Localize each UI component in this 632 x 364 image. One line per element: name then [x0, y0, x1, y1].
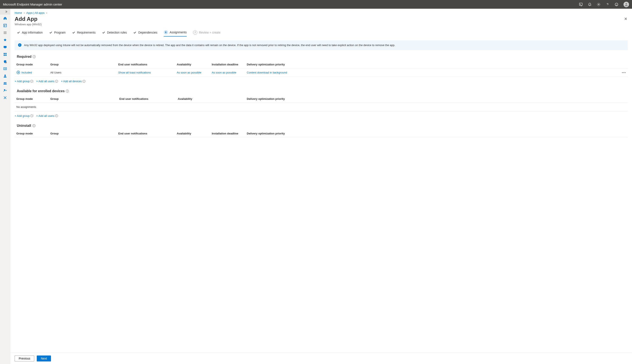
- svg-rect-4: [4, 24, 6, 27]
- nav-reports-icon[interactable]: [0, 65, 10, 72]
- col-availability: Availability: [176, 95, 245, 103]
- tab-label: Detection rules: [107, 31, 127, 34]
- tab-app-information[interactable]: App information: [17, 31, 43, 36]
- tab-label: App information: [22, 31, 43, 34]
- notifications-link[interactable]: Show all toast notifications: [118, 71, 151, 74]
- svg-rect-9: [4, 54, 5, 56]
- col-delivery: Delivery optimization priority: [245, 130, 628, 138]
- nav-apps-icon[interactable]: [0, 51, 10, 58]
- help-icon[interactable]: [606, 2, 610, 6]
- main-content: Home › Apps | All apps › Add App Windows…: [10, 9, 632, 364]
- row-context-menu-icon[interactable]: •••: [619, 68, 628, 77]
- svg-point-1: [598, 4, 599, 5]
- tab-requirements[interactable]: Requirements: [72, 31, 96, 36]
- breadcrumb-home[interactable]: Home: [15, 11, 22, 14]
- info-ring-icon[interactable]: i: [33, 55, 36, 58]
- tab-program[interactable]: Program: [49, 31, 66, 36]
- page-subtitle: Windows app (Win32): [15, 23, 42, 26]
- add-group-link[interactable]: + Add group i: [15, 80, 33, 83]
- nav-users-icon[interactable]: [0, 72, 10, 80]
- breadcrumb-apps[interactable]: Apps | All apps: [26, 11, 44, 14]
- section-uninstall-title: Uninstall i: [17, 124, 628, 128]
- product-title: Microsoft Endpoint Manager admin center: [3, 2, 62, 6]
- table-row: Included All Users Show all toast notifi…: [15, 68, 628, 77]
- chevron-right-icon: ›: [24, 11, 25, 14]
- col-delivery: Delivery optimization priority: [245, 95, 628, 103]
- feedback-icon[interactable]: [614, 2, 618, 6]
- svg-rect-7: [4, 53, 5, 54]
- nav-home-icon[interactable]: [0, 15, 10, 22]
- svg-point-14: [4, 82, 5, 84]
- chevron-right-icon: ›: [46, 11, 47, 14]
- global-header: Microsoft Endpoint Manager admin center: [0, 0, 632, 9]
- tab-dependencies[interactable]: Dependencies: [133, 31, 157, 36]
- required-add-links: + Add group i + Add all users i + Add al…: [15, 80, 628, 83]
- uninstall-table: Group mode Group End user notifications …: [15, 130, 628, 138]
- wizard-footer: Previous Next: [10, 353, 632, 364]
- info-ring-icon[interactable]: i: [82, 80, 85, 82]
- nav-groups-icon[interactable]: [0, 80, 10, 87]
- nav-dashboard-icon[interactable]: [0, 22, 10, 29]
- col-availability: Availability: [175, 61, 210, 68]
- svg-point-11: [5, 62, 7, 63]
- info-ring-icon[interactable]: i: [32, 124, 36, 127]
- settings-icon[interactable]: [597, 2, 600, 6]
- info-ring-icon[interactable]: i: [55, 80, 58, 82]
- col-availability: Availability: [175, 130, 210, 138]
- section-required-title: Required i: [17, 55, 628, 58]
- info-icon: i: [18, 43, 22, 47]
- breadcrumb: Home › Apps | All apps ›: [10, 9, 632, 15]
- svg-rect-8: [5, 53, 6, 54]
- nav-endpoint-security-icon[interactable]: [0, 58, 10, 65]
- info-banner-text: Any Win32 app deployed using Intune will…: [24, 43, 395, 47]
- col-delivery: Delivery optimization priority: [245, 61, 619, 68]
- nav-all-services-icon[interactable]: [0, 29, 10, 36]
- svg-point-13: [4, 74, 6, 76]
- svg-rect-5: [4, 46, 6, 48]
- tab-label: Review + create: [199, 31, 220, 34]
- add-all-users-link[interactable]: + Add all users i: [36, 80, 58, 83]
- section-available-title: Available for enrolled devices i: [17, 89, 628, 93]
- col-deadline: Installation deadline: [210, 61, 245, 68]
- add-group-link[interactable]: + Add group i: [15, 114, 33, 118]
- add-all-users-link[interactable]: + Add all users i: [36, 114, 58, 118]
- info-ring-icon[interactable]: i: [30, 80, 33, 82]
- col-deadline: Installation deadline: [210, 130, 245, 138]
- delivery-link[interactable]: Content download in background: [247, 71, 287, 74]
- tab-assignments[interactable]: 6 Assignments: [164, 30, 187, 36]
- nav-troubleshoot-icon[interactable]: [0, 94, 10, 101]
- deadline-link[interactable]: As soon as possible: [212, 71, 236, 74]
- availability-link[interactable]: As soon as possible: [177, 71, 201, 74]
- nav-expand-toggle[interactable]: [0, 9, 10, 15]
- svg-rect-0: [579, 3, 582, 5]
- previous-button[interactable]: Previous: [15, 356, 34, 362]
- close-icon[interactable]: ✕: [624, 16, 628, 22]
- next-button[interactable]: Next: [37, 356, 51, 362]
- tab-detection-rules[interactable]: Detection rules: [102, 31, 127, 36]
- col-notifications: End user notifications: [118, 95, 176, 103]
- info-ring-icon[interactable]: i: [55, 114, 58, 117]
- col-notifications: End user notifications: [116, 130, 175, 138]
- available-table: Group mode Group End user notifications …: [15, 95, 628, 111]
- col-group-mode: Group mode: [15, 61, 49, 68]
- notifications-icon[interactable]: [588, 2, 592, 6]
- info-ring-icon[interactable]: i: [30, 114, 33, 117]
- nav-favorites-icon[interactable]: [0, 36, 10, 44]
- cloud-shell-icon[interactable]: [579, 2, 583, 6]
- available-add-links: + Add group i + Add all users i: [15, 114, 628, 118]
- svg-point-15: [5, 82, 6, 84]
- group-mode-cell[interactable]: Included: [16, 70, 47, 74]
- nav-devices-icon[interactable]: [0, 44, 10, 51]
- table-row-empty: No assignments: [15, 103, 628, 111]
- nav-tenant-admin-icon[interactable]: [0, 87, 10, 94]
- info-ring-icon[interactable]: i: [66, 90, 69, 92]
- tab-label: Dependencies: [138, 31, 157, 34]
- user-avatar[interactable]: [624, 2, 629, 7]
- svg-rect-10: [5, 54, 6, 56]
- group-cell: All Users: [49, 68, 116, 77]
- col-group: Group: [49, 61, 116, 68]
- add-all-devices-link[interactable]: + Add all devices i: [61, 80, 85, 83]
- wizard-tabs: App information Program Requirements Det…: [10, 28, 632, 36]
- tab-label: Program: [54, 31, 66, 34]
- svg-point-16: [4, 89, 5, 91]
